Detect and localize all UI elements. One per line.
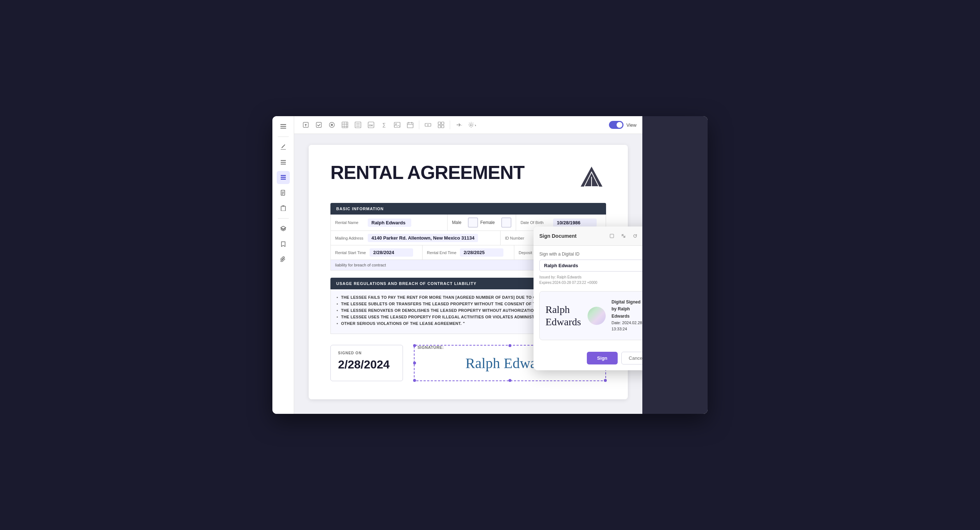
svg-rect-0 xyxy=(280,124,286,125)
svg-rect-17 xyxy=(316,122,321,128)
document-area: RENTAL AGREEMENT BASIC INFORMATION Renta… xyxy=(294,134,642,414)
modal-header-icons xyxy=(608,231,642,240)
signed-on-date: 2/28/2024 xyxy=(338,358,395,371)
sidebar-item-edit[interactable] xyxy=(277,140,290,153)
expires-text: Expires:2024-03-28 07:23:22 +0000 xyxy=(539,281,597,284)
main-area: T xyxy=(294,116,642,414)
sidebar-divider-2 xyxy=(278,218,289,219)
sidebar-item-attach[interactable] xyxy=(277,253,290,266)
female-checkbox[interactable] xyxy=(501,217,511,228)
modal-expand-button[interactable] xyxy=(619,231,628,240)
svg-rect-2 xyxy=(280,128,286,129)
checkbox-tool-button[interactable] xyxy=(313,119,325,131)
modal-refresh-button[interactable] xyxy=(631,231,640,240)
svg-point-19 xyxy=(331,124,333,126)
rental-name-label: Rental Name xyxy=(335,220,364,225)
digital-sig-preview: RalphEdwards Digital Signed by Ralph Edw… xyxy=(539,291,642,340)
svg-rect-11 xyxy=(282,193,284,193)
sig-title: Digital Signed by Ralph Edwards xyxy=(611,299,642,320)
svg-rect-3 xyxy=(281,160,286,161)
cancel-button[interactable]: Cancel xyxy=(621,352,642,364)
issued-by: Issued by: Ralph Edwards xyxy=(539,275,581,279)
toolbar: T xyxy=(294,116,642,134)
svg-point-45 xyxy=(470,124,472,126)
liability-text: liability for breach of contract xyxy=(335,263,386,267)
sidebar-item-clipboard[interactable] xyxy=(277,201,290,214)
dob-label: Date Of Birth xyxy=(520,220,549,225)
svg-rect-8 xyxy=(281,179,286,180)
svg-rect-14 xyxy=(282,206,284,206)
svg-text:T: T xyxy=(305,123,307,127)
modal-title: Sign Document xyxy=(539,233,577,239)
svg-rect-40 xyxy=(438,122,441,125)
sidebar-item-layers[interactable] xyxy=(277,222,290,235)
modal-body: Sign with a Digital ID Ralph Edwards ▾ I… xyxy=(533,246,642,352)
handle-br[interactable] xyxy=(604,379,607,382)
svg-rect-20 xyxy=(342,122,348,128)
sig-details: Digital Signed by Ralph Edwards Date: 20… xyxy=(611,299,642,332)
sidebar-item-document[interactable] xyxy=(277,186,290,199)
arrow-dropdown-button[interactable]: ▼ xyxy=(453,119,465,131)
modal-minimize-button[interactable] xyxy=(608,231,616,240)
modal-header: Sign Document xyxy=(533,227,642,246)
mailing-value: 4140 Parker Rd. Allentown, New Mexico 31… xyxy=(368,234,478,242)
image-button[interactable] xyxy=(391,119,403,131)
male-label: Male xyxy=(452,220,461,225)
svg-rect-43 xyxy=(441,125,444,128)
doc-header: RENTAL AGREEMENT xyxy=(331,163,606,192)
svg-rect-32 xyxy=(394,122,400,128)
svg-rect-1 xyxy=(280,126,286,127)
start-label: Rental Start Time xyxy=(335,251,366,255)
handle-bm[interactable] xyxy=(509,379,511,382)
svg-text:∑: ∑ xyxy=(382,122,385,128)
handle-ml[interactable] xyxy=(413,362,416,364)
svg-rect-5 xyxy=(281,164,286,164)
signed-on-label: SIGNED ON xyxy=(338,351,395,355)
sidebar-item-bookmark[interactable] xyxy=(277,238,290,251)
formula-button[interactable]: ∑ xyxy=(378,119,390,131)
sidebar xyxy=(272,116,294,414)
svg-rect-34 xyxy=(407,123,413,128)
svg-text:OK: OK xyxy=(369,124,373,127)
handle-tm[interactable] xyxy=(509,344,511,347)
svg-rect-12 xyxy=(282,194,283,195)
radio-tool-button[interactable] xyxy=(326,119,338,131)
view-toggle[interactable] xyxy=(609,121,624,129)
svg-rect-50 xyxy=(610,234,614,238)
sidebar-item-menu[interactable] xyxy=(277,120,290,133)
male-checkbox[interactable] xyxy=(468,217,478,228)
svg-rect-7 xyxy=(281,177,286,178)
sig-time: 13:33:24 xyxy=(611,327,627,331)
digital-id-dropdown[interactable]: Ralph Edwards ▾ xyxy=(539,260,642,271)
calendar-button[interactable] xyxy=(404,119,416,131)
list-tool-button[interactable] xyxy=(352,119,364,131)
sidebar-item-list[interactable] xyxy=(277,156,290,169)
grid-button[interactable] xyxy=(435,119,447,131)
table-tool-button[interactable] xyxy=(339,119,351,131)
svg-rect-41 xyxy=(441,122,444,125)
sig-date: Date: 2024.02.28 xyxy=(611,321,642,325)
female-label: Female xyxy=(480,220,495,225)
settings-dropdown-button[interactable]: ▼ xyxy=(466,119,478,131)
basic-info-header: BASIC INFORMATION xyxy=(331,203,606,214)
sign-button[interactable]: Sign xyxy=(587,352,617,364)
end-label: Rental End Time xyxy=(427,251,456,255)
modal-overlay: Sign Document xyxy=(533,227,642,370)
start-value: 2/28/2024 xyxy=(369,248,413,257)
handle-bl[interactable] xyxy=(413,379,416,382)
end-value: 2/28/2025 xyxy=(460,248,503,257)
document-page: RENTAL AGREEMENT BASIC INFORMATION Renta… xyxy=(309,145,628,399)
sidebar-item-table[interactable] xyxy=(277,171,290,184)
signed-on-box: SIGNED ON 2/28/2024 xyxy=(331,345,403,381)
toolbar-right: View xyxy=(609,121,636,129)
svg-rect-4 xyxy=(281,162,286,163)
end-cell: Rental End Time 2/28/2025 xyxy=(423,246,514,260)
handle-tl[interactable] xyxy=(413,344,416,347)
sign-with-label: Sign with a Digital ID xyxy=(539,252,642,257)
text-tool-button[interactable]: T xyxy=(300,119,312,131)
svg-rect-6 xyxy=(281,175,286,176)
svg-rect-10 xyxy=(282,192,284,192)
text2-button[interactable]: T xyxy=(422,119,434,131)
ok-stamp-button[interactable]: OK xyxy=(365,119,377,131)
issuer-info: Issued by: Ralph Edwards Expires:2024-03… xyxy=(539,275,642,285)
